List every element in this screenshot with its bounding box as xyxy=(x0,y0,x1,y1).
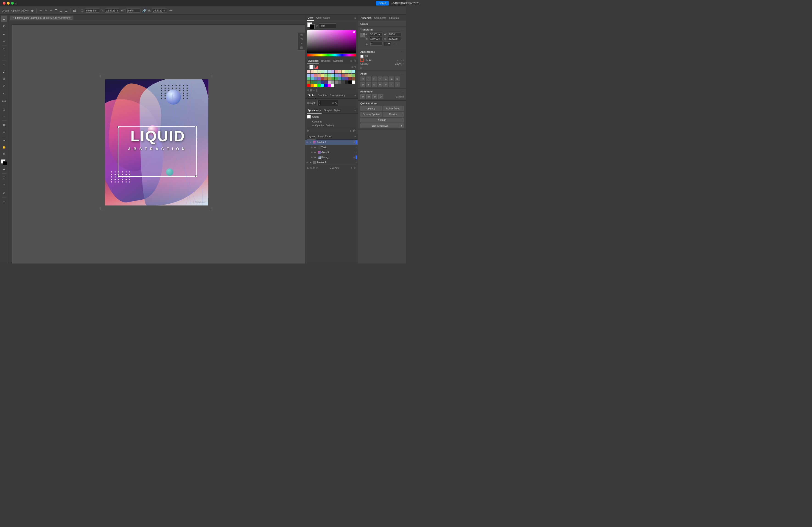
canvas-tool-4[interactable]: ◫ xyxy=(300,46,303,49)
pencil-tool[interactable]: ✏ xyxy=(1,38,8,44)
transform-icon[interactable]: ⊡ xyxy=(73,8,76,13)
h-input[interactable] xyxy=(152,9,167,13)
layer-item-poster1[interactable]: 👁 ▾ Poster 1 ◎ xyxy=(305,140,358,145)
layer-target-backg[interactable]: ◎ xyxy=(353,156,355,159)
swatch-color-27[interactable] xyxy=(352,74,355,77)
graphic-styles-tab[interactable]: Graphic Styles xyxy=(323,107,341,114)
swatch-color-38[interactable] xyxy=(342,77,345,80)
swatch-library-icon[interactable]: ▦ xyxy=(310,89,313,92)
align-menu-icon[interactable]: ⋯ xyxy=(402,72,404,75)
flip-v-icon[interactable]: ↕ xyxy=(396,42,397,45)
swatches-view-icon[interactable]: ⊞ xyxy=(354,59,356,63)
swatch-color-63[interactable] xyxy=(331,84,334,87)
hex-color-input[interactable] xyxy=(319,24,336,28)
align-top-btn[interactable]: ⊤ xyxy=(378,76,382,81)
swatch-color-13[interactable] xyxy=(352,70,355,73)
recolor-button[interactable]: Recolor xyxy=(382,112,404,117)
document-tab[interactable]: ✕ FileInfo.com Example.ai @ 50 % (CMYK/P… xyxy=(10,16,73,20)
transform-menu-icon[interactable]: ⋯ xyxy=(402,28,404,31)
swatch-color-23[interactable] xyxy=(338,74,341,77)
zoom-tool[interactable]: ⊕ xyxy=(1,151,8,157)
more-tools-icon[interactable]: ••• xyxy=(1,198,8,205)
swatch-color-15[interactable] xyxy=(310,74,314,77)
swatch-new-icon[interactable]: + xyxy=(313,89,315,92)
color-swatch-area[interactable] xyxy=(1,159,8,166)
none-fill-icon[interactable]: □ xyxy=(1,175,8,181)
angle-unit-select[interactable]: ° xyxy=(384,42,391,46)
swatch-color-0[interactable] xyxy=(307,70,310,73)
appearance-eye-icon[interactable]: ● xyxy=(312,124,314,127)
swatch-color-26[interactable] xyxy=(348,74,352,77)
comments-tab[interactable]: Comments xyxy=(374,16,386,19)
color-tab[interactable]: Color xyxy=(307,15,314,21)
distribute-center-v-btn[interactable]: ⊕ xyxy=(378,82,382,87)
blend-tool[interactable]: ∞ xyxy=(1,113,8,120)
distribute-center-h-btn[interactable]: ⊠ xyxy=(360,82,365,87)
expand-pathfinder-btn[interactable]: Expand xyxy=(396,94,404,99)
layers-panel-menu-icon[interactable]: ≡ xyxy=(354,135,356,138)
stroke-weight-stepper[interactable]: ▲ ▼ xyxy=(318,100,321,106)
swatch-color-3[interactable] xyxy=(317,70,321,73)
align-right-icon[interactable]: ⊢ xyxy=(49,8,53,13)
swatch-color-31[interactable] xyxy=(317,77,321,80)
swatch-color-37[interactable] xyxy=(338,77,341,80)
stroke-swatch-icon[interactable] xyxy=(360,59,364,62)
layer-target-poster2[interactable]: ○ xyxy=(356,161,357,164)
stroke-expand-icon[interactable]: › xyxy=(403,59,404,61)
swatch-color-19[interactable] xyxy=(324,74,328,77)
swatch-color-5[interactable] xyxy=(324,70,328,73)
swatch-color-16[interactable] xyxy=(314,74,317,77)
selection-tool[interactable]: ▲ xyxy=(1,16,8,22)
canvas[interactable]: LIQUID ABSTRACTION xyxy=(8,21,305,264)
swatch-color-55[interactable] xyxy=(352,80,355,84)
swatch-color-8[interactable] xyxy=(335,70,338,73)
swatch-color-40[interactable] xyxy=(348,77,352,80)
artboard-tool[interactable]: ⊞ xyxy=(1,129,8,135)
swatch-color-22[interactable] xyxy=(335,74,338,77)
swatch-color-45[interactable] xyxy=(317,80,321,84)
w-coord-input[interactable] xyxy=(388,32,402,36)
canvas-tool-2[interactable]: ⊟ xyxy=(301,37,303,41)
color-spectrum-bar[interactable] xyxy=(307,54,356,56)
layer-vis-poster1[interactable]: 👁 xyxy=(306,141,309,144)
distribute-space-h-btn[interactable]: ↔ xyxy=(389,82,394,87)
canvas-tool-3[interactable]: ≡ xyxy=(301,42,302,45)
appearance-contents-label[interactable]: Contents xyxy=(312,120,322,123)
swatch-color-25[interactable] xyxy=(345,74,348,77)
swatch-color-32[interactable] xyxy=(321,77,324,80)
layer-expand-poster2[interactable]: ▶ xyxy=(310,161,313,164)
stroke-weight-unit-select[interactable]: pt xyxy=(331,102,338,105)
color-mode-icon[interactable]: ● xyxy=(1,181,8,188)
swatch-color-29[interactable] xyxy=(310,77,314,80)
isolate-group-button[interactable]: Isolate Group xyxy=(382,106,404,111)
save-as-symbol-button[interactable]: Save as Symbol xyxy=(360,112,382,117)
swatch-color-6[interactable] xyxy=(328,70,331,73)
rotate-tool[interactable]: ↺ xyxy=(1,75,8,82)
color-panel-menu-icon[interactable]: ≡ xyxy=(354,16,356,19)
appearance-delete-icon[interactable]: 🗑 xyxy=(353,129,356,133)
brushes-tab[interactable]: Brushes xyxy=(321,58,331,64)
layer-expand-backg[interactable]: ▶ xyxy=(315,156,317,159)
x-input[interactable] xyxy=(85,9,100,13)
distribute-space-v-btn[interactable]: ↕ xyxy=(395,82,400,87)
swatch-color-24[interactable] xyxy=(342,74,345,77)
swatch-list-icon[interactable]: ≡ xyxy=(352,65,353,68)
swatch-color-7[interactable] xyxy=(331,70,334,73)
align-bottom-btn[interactable]: ⊥ xyxy=(389,76,394,81)
swatch-color-48[interactable] xyxy=(328,80,331,84)
exclude-btn[interactable]: ⊘ xyxy=(378,94,383,99)
layer-vis-graphi[interactable]: 👁 xyxy=(311,151,314,154)
y-coord-input[interactable] xyxy=(369,37,382,41)
swatch-color-52[interactable] xyxy=(342,80,345,84)
swatch-color-53[interactable] xyxy=(345,80,348,84)
layer-target-poster1[interactable]: ◎ xyxy=(353,141,355,143)
swatch-color-11[interactable] xyxy=(345,70,348,73)
properties-tab[interactable]: Properties xyxy=(360,16,371,19)
layer-vis-poster2[interactable]: 👁 xyxy=(306,161,309,164)
swap-colors-icon[interactable]: ⇄ xyxy=(1,166,8,172)
appearance-menu-icon[interactable]: ≡ xyxy=(354,109,356,112)
swatch-color-54[interactable] xyxy=(348,80,352,84)
swatch-color-9[interactable] xyxy=(338,70,341,73)
background-swatch[interactable] xyxy=(310,24,315,29)
distribute-right-btn[interactable]: ⊞ xyxy=(366,82,371,87)
